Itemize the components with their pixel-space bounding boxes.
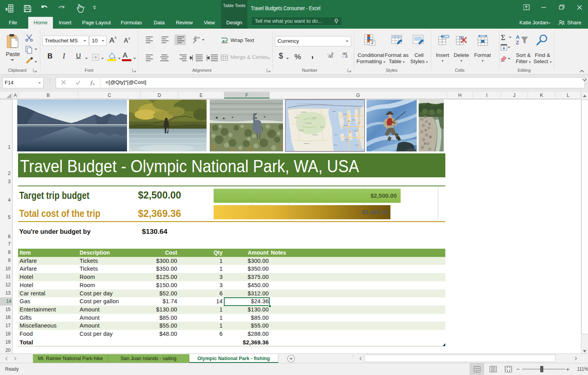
- svg-text:A: A: [516, 34, 520, 40]
- svg-text:ab: ab: [192, 35, 198, 42]
- svg-text:Z: Z: [516, 40, 519, 46]
- svg-text:Paste: Paste: [6, 51, 20, 57]
- svg-text:x: x: [5, 6, 8, 12]
- svg-text:x: x: [93, 82, 95, 86]
